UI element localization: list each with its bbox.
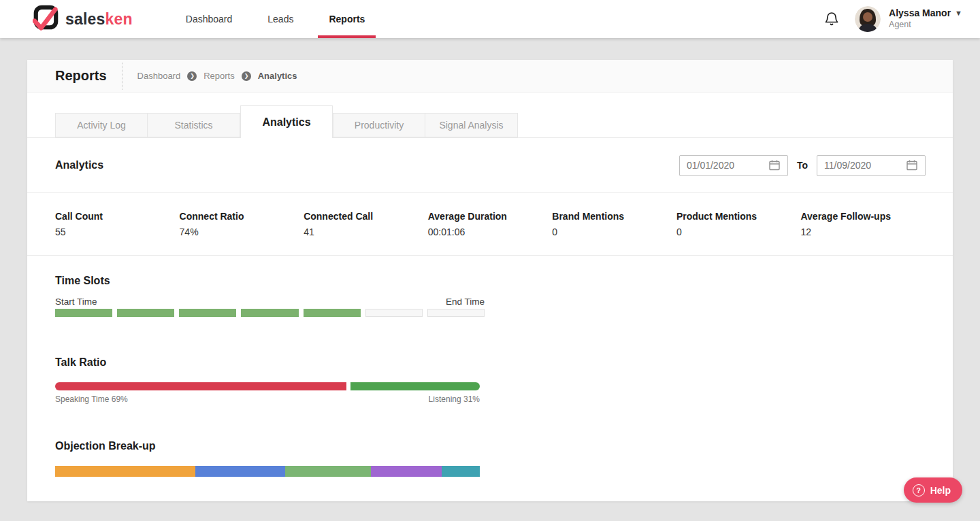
objection-bar — [55, 466, 480, 477]
avatar — [855, 6, 881, 32]
top-header: salesken Dashboard Leads Reports — [0, 0, 980, 38]
date-range-to-label: To — [797, 160, 808, 171]
time-slot-segment — [55, 309, 112, 317]
tab-analytics[interactable]: Analytics — [240, 105, 333, 138]
stat-connected-call: Connected Call 41 — [304, 211, 428, 237]
time-slot-segment — [365, 309, 423, 317]
talk-ratio-speaking-label: Speaking Time 69% — [55, 394, 128, 404]
reports-card: Reports Dashboard ❯ Reports ❯ Analytics … — [27, 60, 953, 501]
notification-bell-icon[interactable] — [823, 11, 840, 27]
breadcrumb-item-analytics: Analytics — [258, 71, 297, 81]
time-slots-end-label: End Time — [446, 297, 485, 307]
salesken-logo-icon — [33, 5, 59, 33]
stat-brand-mentions: Brand Mentions 0 — [552, 211, 676, 237]
nav-item-reports[interactable]: Reports — [318, 0, 376, 38]
stat-value: 0 — [552, 226, 676, 237]
stat-average-follow-ups: Average Follow-ups 12 — [800, 211, 925, 237]
tab-productivity[interactable]: Productivity — [333, 113, 425, 137]
time-slots-title: Time Slots — [55, 275, 925, 287]
date-to-input[interactable] — [824, 160, 906, 171]
time-slot-segment — [117, 309, 174, 317]
date-from-input[interactable] — [687, 160, 768, 171]
tab-activity-log[interactable]: Activity Log — [55, 113, 148, 137]
objection-segment — [285, 466, 371, 477]
stat-value: 41 — [304, 226, 428, 237]
date-range-picker: To — [679, 155, 926, 176]
breadcrumb-item-reports[interactable]: Reports — [203, 71, 235, 81]
nav-item-dashboard[interactable]: Dashboard — [175, 0, 244, 38]
question-mark-icon: ? — [913, 484, 925, 497]
stat-value: 0 — [676, 226, 801, 237]
help-label: Help — [930, 485, 951, 496]
stat-call-count: Call Count 55 — [55, 211, 180, 237]
objection-segment — [442, 466, 480, 477]
calendar-icon[interactable] — [768, 159, 781, 171]
time-slots-start-label: Start Time — [55, 297, 97, 307]
talk-ratio-segment — [55, 382, 346, 390]
brand-name: salesken — [65, 10, 133, 29]
divider — [122, 63, 122, 90]
user-menu[interactable]: Alyssa Manor ▼ Agent — [855, 6, 962, 32]
stat-label: Connect Ratio — [180, 211, 304, 222]
tab-signal-analysis[interactable]: Signal Analysis — [425, 113, 518, 137]
stat-label: Brand Mentions — [552, 211, 676, 222]
tab-statistics[interactable]: Statistics — [148, 113, 240, 137]
time-slot-segment — [179, 309, 236, 317]
stat-label: Call Count — [55, 211, 180, 222]
talk-ratio-bar — [55, 382, 480, 390]
stat-value: 55 — [55, 226, 180, 237]
user-role: Agent — [889, 20, 962, 31]
breadcrumb: Dashboard ❯ Reports ❯ Analytics — [137, 71, 297, 81]
time-slot-segment — [304, 309, 361, 317]
date-from-field[interactable] — [679, 155, 788, 176]
top-navigation: Dashboard Leads Reports — [168, 0, 383, 38]
objection-segment — [195, 466, 285, 477]
calendar-icon[interactable] — [906, 159, 918, 171]
help-button[interactable]: ? Help — [904, 477, 962, 503]
breadcrumb-item-dashboard[interactable]: Dashboard — [137, 71, 181, 81]
stat-value: 74% — [180, 226, 304, 237]
breadcrumb-band: Reports Dashboard ❯ Reports ❯ Analytics — [27, 60, 953, 93]
stat-average-duration: Average Duration 00:01:06 — [428, 211, 553, 237]
objection-segment — [55, 466, 195, 477]
section-title: Analytics — [55, 159, 103, 171]
talk-ratio-listening-label: Listening 31% — [429, 394, 480, 404]
objection-breakup-title: Objection Break-up — [55, 440, 925, 452]
stat-label: Product Mentions — [676, 211, 801, 222]
stat-label: Average Duration — [428, 211, 553, 222]
stat-product-mentions: Product Mentions 0 — [676, 211, 801, 237]
kpi-stats-row: Call Count 55 Connect Ratio 74% Connecte… — [27, 193, 953, 256]
page-title: Reports — [55, 68, 107, 84]
time-slot-segment — [427, 309, 485, 317]
stat-label: Average Follow-ups — [800, 211, 925, 222]
stat-label: Connected Call — [304, 211, 428, 222]
objection-segment — [371, 466, 442, 477]
stat-value: 00:01:06 — [428, 226, 553, 237]
date-to-field[interactable] — [817, 155, 926, 176]
chevron-right-icon: ❯ — [242, 71, 251, 81]
talk-ratio-segment — [350, 382, 480, 390]
brand-logo[interactable]: salesken — [33, 5, 133, 33]
user-name: Alyssa Manor — [889, 7, 951, 20]
report-tabs: Activity Log Statistics Analytics Produc… — [27, 93, 953, 138]
talk-ratio-title: Talk Ratio — [55, 356, 925, 369]
stat-connect-ratio: Connect Ratio 74% — [180, 211, 304, 237]
chevron-right-icon: ❯ — [187, 71, 197, 81]
time-slot-segment — [241, 309, 298, 317]
chevron-down-icon: ▼ — [955, 9, 962, 18]
nav-item-leads[interactable]: Leads — [257, 0, 304, 38]
time-slots-bar — [55, 309, 485, 317]
stat-value: 12 — [800, 226, 925, 237]
